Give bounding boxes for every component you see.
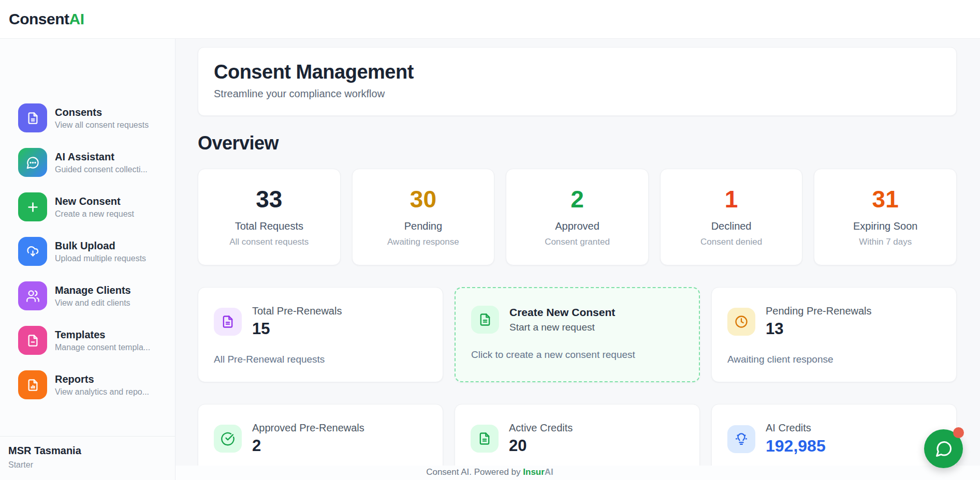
sidebar-item-text: Templates Manage consent templa... bbox=[55, 329, 150, 352]
sidebar-item-consents[interactable]: Consents View all consent requests bbox=[18, 103, 175, 132]
sidebar-item-label: AI Assistant bbox=[55, 151, 148, 163]
sidebar-item-text: Bulk Upload Upload multiple requests bbox=[55, 240, 146, 263]
stat-value: 31 bbox=[872, 187, 899, 211]
card-note: All Pre-Renewal requests bbox=[214, 354, 427, 365]
document-icon bbox=[18, 103, 47, 132]
document-icon bbox=[471, 306, 499, 334]
card-title: Approved Pre-Renewals bbox=[252, 422, 364, 434]
users-icon bbox=[18, 281, 47, 310]
check-circle-icon bbox=[214, 425, 242, 453]
document-icon bbox=[471, 425, 499, 453]
feature-row-1: Total Pre-Renewals 15 All Pre-Renewal re… bbox=[198, 287, 957, 382]
card-total-pre-renewals[interactable]: Total Pre-Renewals 15 All Pre-Renewal re… bbox=[198, 287, 443, 382]
chat-launcher-button[interactable] bbox=[924, 429, 963, 468]
sidebar-item-new-consent[interactable]: New Consent Create a new request bbox=[18, 192, 175, 221]
brand-logo[interactable]: ConsentAI bbox=[9, 10, 84, 28]
stat-label: Expiring Soon bbox=[853, 220, 918, 232]
footer-brand-suffix: AI bbox=[545, 467, 553, 477]
stat-sublabel: Consent denied bbox=[700, 237, 762, 247]
sidebar-item-manage-clients[interactable]: Manage Clients View and edit clients bbox=[18, 281, 175, 310]
plus-icon bbox=[18, 192, 47, 221]
sidebar-item-text: New Consent Create a new request bbox=[55, 196, 134, 219]
stat-card-expiring-soon: 31 Expiring Soon Within 7 days bbox=[814, 169, 957, 265]
clock-icon bbox=[727, 308, 755, 336]
page-title: Consent Management bbox=[214, 61, 941, 83]
sidebar-item-ai-assistant[interactable]: AI Assistant Guided consent collecti... bbox=[18, 148, 175, 177]
stat-value: 1 bbox=[725, 187, 738, 211]
stat-label: Total Requests bbox=[235, 220, 303, 232]
report-icon bbox=[18, 370, 47, 399]
chat-bubble-icon bbox=[18, 148, 47, 177]
sidebar-item-description: Upload multiple requests bbox=[55, 254, 146, 263]
document-icon bbox=[18, 326, 47, 355]
sidebar-item-templates[interactable]: Templates Manage consent templa... bbox=[18, 326, 175, 355]
page-header-card: Consent Management Streamline your compl… bbox=[198, 47, 957, 116]
card-value: 192,985 bbox=[766, 437, 826, 456]
cloud-upload-icon bbox=[18, 237, 47, 266]
sidebar-item-description: Guided consent collecti... bbox=[55, 165, 148, 174]
stat-sublabel: Within 7 days bbox=[859, 237, 912, 247]
card-create-new-consent[interactable]: Create New Consent Start a new request C… bbox=[455, 287, 700, 382]
card-pending-pre-renewals[interactable]: Pending Pre-Renewals 13 Awaiting client … bbox=[711, 287, 957, 382]
sidebar-item-text: Consents View all consent requests bbox=[55, 107, 149, 130]
sidebar-item-text: Reports View analytics and repo... bbox=[55, 373, 149, 397]
overview-heading: Overview bbox=[198, 132, 957, 154]
stat-card-declined: 1 Declined Consent denied bbox=[660, 169, 803, 265]
stat-value: 33 bbox=[256, 187, 282, 211]
stat-value: 30 bbox=[410, 187, 436, 211]
account-plan-badge: Starter bbox=[8, 460, 167, 470]
card-value: 15 bbox=[252, 320, 342, 338]
card-title: Active Credits bbox=[509, 422, 573, 434]
stats-row: 33 Total Requests All consent requests 3… bbox=[198, 169, 957, 265]
document-icon bbox=[214, 308, 242, 336]
card-note: Awaiting client response bbox=[727, 354, 941, 365]
stat-card-approved: 2 Approved Consent granted bbox=[506, 169, 649, 265]
sidebar-item-description: View analytics and repo... bbox=[55, 387, 149, 397]
stat-label: Declined bbox=[711, 220, 752, 232]
account-name: MSR Tasmania bbox=[8, 445, 167, 457]
stat-sublabel: All consent requests bbox=[229, 237, 309, 247]
account-section[interactable]: MSR Tasmania Starter bbox=[0, 436, 175, 480]
sidebar-item-description: View all consent requests bbox=[55, 121, 149, 130]
sidebar-item-description: Create a new request bbox=[55, 209, 134, 219]
sidebar: Consents View all consent requests AI As… bbox=[0, 39, 175, 480]
sidebar-nav: Consents View all consent requests AI As… bbox=[0, 39, 175, 399]
card-value: 13 bbox=[766, 320, 872, 338]
stat-card-total-requests: 33 Total Requests All consent requests bbox=[198, 169, 341, 265]
sidebar-item-text: AI Assistant Guided consent collecti... bbox=[55, 151, 148, 174]
main-content: Consent Management Streamline your compl… bbox=[175, 39, 980, 480]
sidebar-item-label: Bulk Upload bbox=[55, 240, 146, 252]
sidebar-item-label: New Consent bbox=[55, 196, 134, 207]
sidebar-item-description: View and edit clients bbox=[55, 298, 131, 308]
brand-logo-accent: AI bbox=[69, 10, 84, 27]
card-value: 2 bbox=[252, 437, 364, 455]
card-title: Total Pre-Renewals bbox=[252, 305, 342, 317]
footer-prefix: Consent AI. Powered by bbox=[426, 467, 523, 477]
stat-value: 2 bbox=[571, 187, 584, 211]
card-title: AI Credits bbox=[766, 422, 826, 434]
sidebar-item-description: Manage consent templa... bbox=[55, 343, 150, 352]
notification-dot bbox=[953, 427, 964, 438]
card-value: 20 bbox=[509, 437, 573, 455]
page-subtitle: Streamline your compliance workflow bbox=[214, 88, 941, 100]
stat-sublabel: Awaiting response bbox=[387, 237, 459, 247]
card-note: Click to create a new consent request bbox=[471, 349, 683, 361]
chat-bubble-icon bbox=[934, 440, 953, 458]
sidebar-item-reports[interactable]: Reports View analytics and repo... bbox=[18, 370, 175, 399]
footer: Consent AI. Powered by InsurAI bbox=[175, 466, 980, 480]
footer-brand-link[interactable]: Insur bbox=[523, 467, 545, 477]
sidebar-item-label: Manage Clients bbox=[55, 284, 131, 296]
sidebar-item-label: Templates bbox=[55, 329, 150, 341]
sidebar-item-bulk-upload[interactable]: Bulk Upload Upload multiple requests bbox=[18, 237, 175, 266]
stat-sublabel: Consent granted bbox=[545, 237, 610, 247]
stat-card-pending: 30 Pending Awaiting response bbox=[352, 169, 495, 265]
card-subtitle: Start a new request bbox=[509, 322, 615, 333]
stat-label: Pending bbox=[404, 220, 442, 232]
lightbulb-icon bbox=[727, 425, 755, 453]
sidebar-item-label: Consents bbox=[55, 107, 149, 118]
top-bar: ConsentAI bbox=[0, 0, 980, 39]
sidebar-item-text: Manage Clients View and edit clients bbox=[55, 284, 131, 308]
card-title: Pending Pre-Renewals bbox=[766, 305, 872, 317]
stat-label: Approved bbox=[555, 220, 599, 232]
footer-text: Consent AI. Powered by InsurAI bbox=[426, 467, 553, 477]
